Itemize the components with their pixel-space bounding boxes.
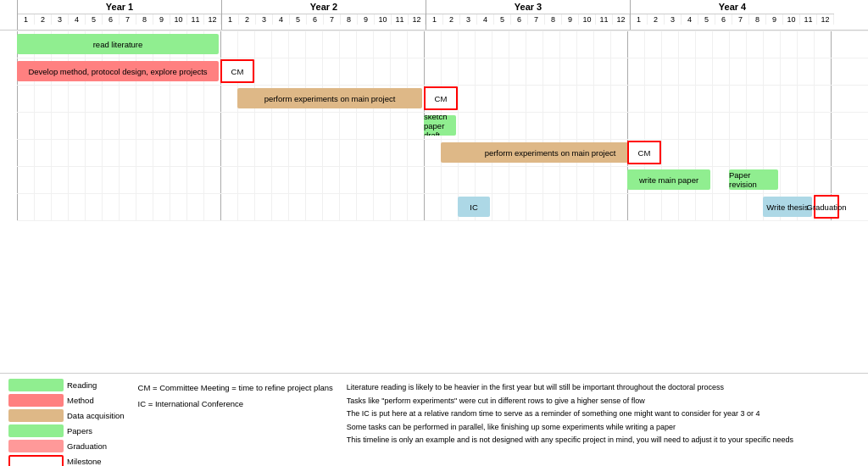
legend-label: Method: [67, 396, 94, 405]
month-cell: 10: [783, 14, 800, 25]
legend-item-milestone: Milestone: [8, 455, 125, 466]
month-cell: 10: [375, 14, 392, 25]
month-cell: 6: [307, 14, 324, 25]
year-title-3: Year 3: [426, 0, 630, 14]
month-cell: 4: [477, 14, 494, 25]
month-cell: 2: [648, 14, 665, 25]
month-cell: 5: [86, 14, 103, 25]
bar-write-thesis: Write thesis: [763, 197, 812, 217]
month-cell: 4: [682, 14, 698, 25]
legend-swatches: ReadingMethodData acquisitionPapersGradu…: [8, 379, 125, 466]
bar-read-lit: read literature: [17, 34, 219, 54]
legend-swatch: [8, 455, 64, 466]
month-cell: 11: [596, 14, 613, 25]
main-container: Year 1123456789101112Year 21234567891011…: [0, 0, 868, 466]
legend-definition: IC = International Conference: [138, 398, 333, 409]
month-cell: 3: [52, 14, 69, 25]
month-cell: 4: [273, 14, 290, 25]
bar-IC: IC: [458, 197, 490, 217]
gantt-body: read literatureDevelop method, protocol …: [17, 31, 868, 220]
month-cell: 3: [256, 14, 273, 25]
month-cell: 6: [511, 14, 528, 25]
legend-label: Graduation: [67, 441, 107, 451]
month-cell: 2: [239, 14, 256, 25]
month-cell: 11: [800, 14, 817, 25]
month-cell: 1: [18, 14, 35, 25]
month-cell: 9: [766, 14, 783, 25]
month-cell: 6: [103, 14, 120, 25]
legend-definitions: CM = Committee Meeting = time to refine …: [138, 379, 333, 410]
legend-note: This timeline is only an example and is …: [347, 435, 860, 446]
legend-note: The IC is put here at a relative random …: [347, 408, 860, 419]
legend-note: Literature reading is likely to be heavi…: [347, 382, 860, 393]
month-cell: 1: [631, 14, 648, 25]
milestone-1: CM: [424, 86, 458, 110]
month-cell: 10: [579, 14, 596, 25]
month-cell: 12: [204, 14, 221, 25]
year-block-3: Year 3123456789101112: [426, 0, 630, 30]
month-cell: 8: [136, 14, 153, 25]
year-block-2: Year 2123456789101112: [221, 0, 426, 30]
legend-item-data-acquisition: Data acquisition: [8, 409, 125, 422]
gantt-area: Year 1123456789101112Year 21234567891011…: [0, 0, 868, 373]
year-block-1: Year 1123456789101112: [17, 0, 221, 30]
month-cell: 5: [494, 14, 511, 25]
bar-sketch-paper: sketch paper draft: [424, 115, 456, 136]
month-cell: 7: [324, 14, 341, 25]
gantt-header: Year 1123456789101112Year 21234567891011…: [0, 0, 868, 31]
legend-note: Some tasks can be performed in parallel,…: [347, 422, 860, 433]
legend-label: Papers: [67, 426, 92, 435]
legend-label: Data acquisition: [67, 411, 125, 420]
month-cell: 6: [715, 14, 732, 25]
month-cell: 11: [187, 14, 204, 25]
bar-write-main-paper: write main paper: [627, 169, 710, 190]
month-cell: 9: [562, 14, 579, 25]
month-cell: 8: [749, 14, 766, 25]
legend-item-reading: Reading: [8, 379, 125, 391]
month-cell: 10: [170, 14, 187, 25]
year-title-4: Year 4: [631, 0, 834, 14]
milestone-3: Graduation: [814, 195, 839, 219]
month-cell: 7: [732, 14, 749, 25]
legend-definition: CM = Committee Meeting = time to refine …: [138, 382, 333, 393]
month-cell: 5: [698, 14, 715, 25]
year-title-1: Year 1: [18, 0, 221, 14]
month-cell: 12: [409, 14, 426, 25]
legend-area: ReadingMethodData acquisitionPapersGradu…: [0, 373, 868, 466]
legend-swatch: [8, 379, 64, 391]
month-cell: 7: [120, 14, 136, 25]
legend-swatch: [8, 394, 64, 407]
month-cell: 1: [222, 14, 239, 25]
bar-perform-exp-1: perform experiments on main project: [237, 88, 422, 108]
month-cell: 2: [35, 14, 52, 25]
legend-label: Milestone: [67, 457, 102, 466]
month-cell: 1: [426, 14, 443, 25]
bar-develop-method: Develop method, protocol design, explore…: [17, 61, 219, 81]
legend-swatch: [8, 440, 64, 452]
month-cell: 12: [613, 14, 630, 25]
milestone-0: CM: [220, 59, 254, 83]
month-cell: 2: [443, 14, 460, 25]
month-cell: 11: [392, 14, 409, 25]
legend-note: Tasks like "perform experiments" were cu…: [347, 396, 860, 407]
legend-notes: Literature reading is likely to be heavi…: [347, 379, 860, 446]
month-cell: 9: [358, 14, 375, 25]
legend-swatch: [8, 409, 64, 422]
month-cell: 12: [817, 14, 834, 25]
month-cell: 8: [545, 14, 562, 25]
month-cell: 5: [290, 14, 307, 25]
month-cell: 9: [153, 14, 170, 25]
legend-item-papers: Papers: [8, 424, 125, 437]
year-block-4: Year 4123456789101112: [630, 0, 834, 30]
legend-label: Reading: [67, 380, 97, 390]
year-title-2: Year 2: [222, 0, 426, 14]
month-cell: 8: [341, 14, 358, 25]
legend-swatch: [8, 424, 64, 437]
month-cell: 3: [460, 14, 477, 25]
legend-item-graduation: Graduation: [8, 440, 125, 452]
milestone-2: CM: [627, 141, 661, 164]
bar-paper-revision: Paper revision: [729, 169, 778, 190]
month-cell: 3: [665, 14, 682, 25]
month-cell: 4: [69, 14, 86, 25]
month-cell: 7: [528, 14, 545, 25]
